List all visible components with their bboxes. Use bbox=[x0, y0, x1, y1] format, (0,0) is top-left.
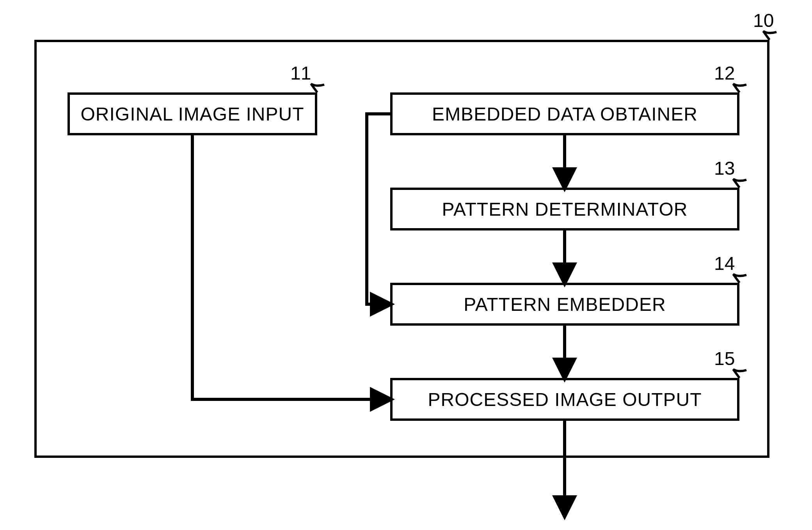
ref-label-12: 12 bbox=[714, 62, 735, 84]
block-pattern-determinator: PATTERN DETERMINATOR bbox=[390, 188, 739, 230]
ref-label-13: 13 bbox=[714, 158, 735, 179]
block-label: EMBEDDED DATA OBTAINER bbox=[432, 103, 698, 125]
block-original-image-input: ORIGINAL IMAGE INPUT bbox=[68, 92, 317, 135]
diagram-canvas: 10 ORIGINAL IMAGE INPUT 11 EMBEDDED DATA… bbox=[0, 0, 812, 530]
ref-label-14: 14 bbox=[714, 253, 735, 274]
block-label: PROCESSED IMAGE OUTPUT bbox=[428, 389, 702, 410]
block-processed-image-output: PROCESSED IMAGE OUTPUT bbox=[390, 378, 739, 421]
block-label: PATTERN DETERMINATOR bbox=[442, 199, 688, 220]
block-label: ORIGINAL IMAGE INPUT bbox=[81, 103, 304, 125]
ref-label-15: 15 bbox=[714, 348, 735, 369]
block-pattern-embedder: PATTERN EMBEDDER bbox=[390, 283, 739, 326]
container-ref-label: 10 bbox=[753, 10, 774, 31]
ref-label-11: 11 bbox=[290, 62, 311, 84]
block-label: PATTERN EMBEDDER bbox=[464, 294, 666, 315]
block-embedded-data-obtainer: EMBEDDED DATA OBTAINER bbox=[390, 92, 739, 135]
